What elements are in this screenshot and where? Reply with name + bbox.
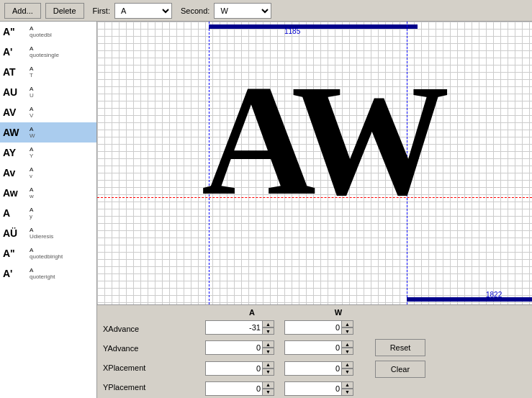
input-w[interactable] — [284, 320, 342, 335]
delete-button[interactable]: Delete — [45, 3, 84, 19]
sidebar-sub-top: A — [30, 227, 53, 233]
bottom-header: A W — [97, 305, 532, 318]
input-w[interactable] — [284, 381, 342, 396]
sidebar-sub-bottom: U — [30, 92, 34, 99]
spin-down-a[interactable]: ▼ — [263, 389, 274, 396]
blue-bar-top — [209, 24, 418, 29]
input-row: ▲▼▲▼ — [205, 361, 364, 376]
sidebar-sub-bottom: v — [30, 173, 33, 179]
spin-up-a[interactable]: ▲ — [263, 340, 274, 348]
reset-button[interactable]: Reset — [375, 339, 425, 356]
sidebar-sub-bottom: V — [30, 112, 33, 119]
sidebar-main-label: Av — [3, 167, 28, 178]
sidebar-sub-bottom: y — [30, 213, 33, 220]
col-header-a: A — [209, 308, 295, 317]
sidebar-sub-bottom: w — [30, 193, 34, 199]
sidebar-sub-top: A — [30, 267, 55, 273]
spin-up-w[interactable]: ▲ — [342, 340, 353, 348]
bottom-panel: A W XAdvanceYAdvanceXPlacementYPlacement… — [97, 304, 532, 398]
spin-up-a[interactable]: ▲ — [263, 361, 274, 368]
spin-down-w[interactable]: ▼ — [342, 327, 353, 335]
first-select[interactable]: A — [114, 3, 172, 19]
sidebar-main-label: A" — [3, 248, 28, 259]
sidebar-sub-top: A — [30, 65, 33, 72]
spin-up-a[interactable]: ▲ — [263, 381, 274, 389]
sidebar-sub-top: A — [30, 186, 34, 193]
sidebar-sub-bottom: quotedblright — [30, 253, 63, 260]
sidebar-sub: AV — [30, 106, 33, 119]
sidebar-main-label: AT — [3, 66, 28, 78]
spinbox-btns-a: ▲▼ — [263, 320, 274, 335]
sidebar-item[interactable]: AAy — [0, 203, 96, 223]
sidebar-item[interactable]: AwAw — [0, 183, 96, 203]
measure-bottom: 1822 — [486, 291, 502, 299]
spin-down-w[interactable]: ▼ — [342, 368, 353, 376]
sidebar-item[interactable]: ATAT — [0, 62, 96, 82]
spinbox-btns-a: ▲▼ — [263, 381, 274, 396]
row-label: XPlacement — [103, 363, 199, 372]
measure-top: 1185 — [284, 27, 300, 35]
input-w[interactable] — [284, 340, 342, 355]
sidebar-sub-top: A — [30, 45, 59, 52]
sidebar-item[interactable]: AYAY — [0, 143, 96, 163]
sidebar-sub: AT — [30, 65, 33, 78]
first-label: First: — [93, 6, 110, 15]
sidebar-item[interactable]: A'Aquotesingle — [0, 42, 96, 62]
sidebar-item[interactable]: AvAv — [0, 163, 96, 183]
sidebar-sub-bottom: Udieresis — [30, 233, 53, 240]
bottom-grid: XAdvanceYAdvanceXPlacementYPlacement ▲▼▲… — [97, 318, 532, 398]
spin-up-w[interactable]: ▲ — [342, 361, 353, 368]
main-area: A"AquotedblA'AquotesingleATATAUAUAVAVAWA… — [0, 22, 532, 398]
input-row: ▲▼▲▼ — [205, 381, 364, 396]
input-row: ▲▼▲▼ — [205, 340, 364, 355]
sidebar-main-label: A — [3, 207, 28, 219]
spin-up-w[interactable]: ▲ — [342, 320, 353, 327]
spin-down-w[interactable]: ▼ — [342, 348, 353, 355]
sidebar-item[interactable]: AUAU — [0, 82, 96, 102]
spin-up-a[interactable]: ▲ — [263, 320, 274, 327]
spinbox-a: ▲▼ — [205, 381, 284, 396]
bottom-inputs: ▲▼▲▼▲▼▲▼▲▼▲▼▲▼▲▼ — [205, 318, 364, 398]
sidebar-item[interactable]: A'Aquoteright — [0, 263, 96, 284]
sidebar-main-label: AY — [3, 147, 28, 158]
sidebar-sub: Av — [30, 166, 33, 179]
add-button[interactable]: Add... — [4, 3, 41, 19]
sidebar-sub: Aquoteright — [30, 267, 55, 280]
input-w[interactable] — [284, 361, 342, 376]
sidebar-item[interactable]: AWAW — [0, 122, 96, 143]
spinbox-btns-w: ▲▼ — [342, 361, 353, 376]
spinbox-a: ▲▼ — [205, 320, 284, 335]
spinbox-w: ▲▼ — [284, 340, 364, 355]
sidebar-sub-top: A — [30, 126, 35, 132]
input-a[interactable] — [205, 381, 263, 396]
spin-down-a[interactable]: ▼ — [263, 327, 274, 335]
spin-down-w[interactable]: ▼ — [342, 389, 353, 396]
bottom-actions: Reset Clear — [364, 318, 437, 398]
spinbox-w: ▲▼ — [284, 361, 364, 376]
sidebar-main-label: Aw — [3, 187, 28, 199]
sidebar-sub-top: A — [30, 106, 33, 112]
sidebar-item[interactable]: AÜAUdieresis — [0, 223, 96, 243]
sidebar-item[interactable]: A"Aquotedblright — [0, 243, 96, 263]
sidebar-item[interactable]: A"Aquotedbl — [0, 22, 96, 42]
sidebar-item[interactable]: AVAV — [0, 102, 96, 122]
second-select[interactable]: W — [214, 3, 271, 19]
sidebar-sub-bottom: T — [30, 72, 33, 78]
sidebar-sub: Aquotesingle — [30, 45, 59, 58]
sidebar-sub: AU — [30, 86, 34, 99]
sidebar-sub: Aquotedbl — [30, 25, 52, 38]
row-label: XAdvance — [103, 325, 199, 333]
clear-button[interactable]: Clear — [375, 361, 425, 378]
grid-canvas: 1185 AW 1822 — [97, 22, 532, 304]
bottom-labels: XAdvanceYAdvanceXPlacementYPlacement — [97, 318, 205, 398]
input-a[interactable] — [205, 361, 263, 376]
second-label: Second: — [181, 6, 209, 15]
col-header-w: W — [295, 308, 382, 317]
blue-bar-bottom — [407, 297, 532, 302]
spin-up-w[interactable]: ▲ — [342, 381, 353, 389]
canvas-area: 1185 AW 1822 A W — [97, 22, 532, 398]
spin-down-a[interactable]: ▼ — [263, 348, 274, 355]
spin-down-a[interactable]: ▼ — [263, 368, 274, 376]
input-a[interactable] — [205, 320, 263, 335]
input-a[interactable] — [205, 340, 263, 355]
